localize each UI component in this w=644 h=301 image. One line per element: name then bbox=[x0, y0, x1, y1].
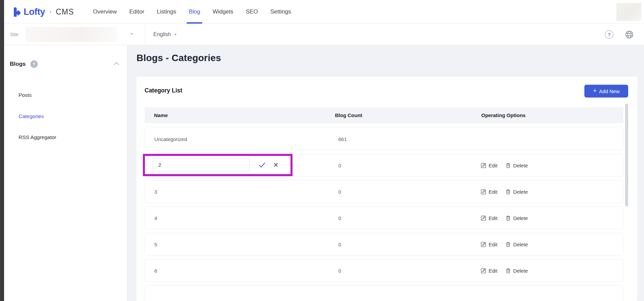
site-name-redacted bbox=[25, 27, 117, 42]
blog-count-cell: 0 bbox=[338, 154, 341, 177]
trash-icon bbox=[505, 163, 511, 168]
brand-logo[interactable]: Lofty · CMS bbox=[12, 5, 74, 19]
edit-square-icon bbox=[481, 268, 486, 274]
table-row bbox=[145, 285, 623, 301]
edit-label: Edit bbox=[489, 242, 497, 247]
delete-label: Delete bbox=[513, 268, 528, 274]
table-row: ✕0EditDelete bbox=[145, 154, 623, 176]
top-navigation-bar: Lofty · CMS OverviewEditorListingsBlogWi… bbox=[4, 0, 644, 24]
card-title: Category List bbox=[145, 87, 182, 94]
main-nav: OverviewEditorListingsBlogWidgetsSEOSett… bbox=[93, 0, 291, 24]
blog-count-cell: 0 bbox=[338, 233, 341, 256]
delete-button[interactable]: Delete bbox=[505, 215, 528, 221]
operating-options-cell: EditDelete bbox=[481, 233, 528, 256]
page-title: Blogs - Categories bbox=[136, 53, 221, 63]
column-header-name: Name bbox=[154, 112, 168, 118]
nav-item-listings[interactable]: Listings bbox=[157, 0, 176, 24]
chevron-down-icon: ▾ bbox=[131, 31, 133, 36]
table-header-row: Name Blog Count Operating Options bbox=[145, 107, 623, 123]
column-header-count: Blog Count bbox=[335, 112, 362, 118]
edit-label: Edit bbox=[489, 189, 497, 195]
edit-label: Edit bbox=[489, 215, 497, 221]
operating-options-cell: EditDelete bbox=[481, 181, 528, 203]
table-row: 50EditDelete bbox=[145, 233, 623, 255]
scrollbar-thumb[interactable] bbox=[625, 104, 628, 207]
table-row: 40EditDelete bbox=[145, 207, 623, 229]
blog-count-cell: 0 bbox=[338, 259, 341, 282]
edit-square-icon bbox=[481, 189, 486, 195]
add-new-button[interactable]: + Add New bbox=[584, 85, 628, 98]
category-name-cell: 4 bbox=[154, 207, 157, 229]
edit-square-icon bbox=[481, 242, 486, 247]
delete-label: Delete bbox=[513, 215, 528, 221]
cancel-button[interactable]: ✕ bbox=[273, 162, 279, 168]
edit-label: Edit bbox=[489, 163, 497, 168]
operating-options-cell: EditDelete bbox=[481, 259, 528, 282]
site-selector[interactable]: Site: ▾ bbox=[4, 24, 145, 45]
language-label: English bbox=[153, 31, 171, 37]
window-edge-strip bbox=[0, 0, 4, 301]
trash-icon bbox=[505, 189, 511, 195]
edit-square-icon bbox=[481, 163, 486, 168]
delete-button[interactable]: Delete bbox=[505, 268, 528, 274]
category-list-card: Category List + Add New Name Blog Count … bbox=[136, 77, 637, 301]
confirm-check-icon bbox=[258, 162, 266, 168]
delete-button[interactable]: Delete bbox=[505, 163, 528, 168]
operating-options-cell: EditDelete bbox=[481, 207, 528, 229]
category-name-cell: 5 bbox=[154, 233, 157, 256]
table-row: Uncategorized661 bbox=[145, 128, 623, 150]
category-edit-controls: ✕ bbox=[153, 158, 279, 171]
column-header-options: Operating Options bbox=[481, 112, 526, 118]
plus-icon: + bbox=[593, 87, 597, 94]
language-selector[interactable]: English ▾ bbox=[153, 24, 177, 45]
category-name-input[interactable] bbox=[153, 158, 250, 171]
avatar[interactable] bbox=[616, 3, 641, 21]
blog-count-cell: 0 bbox=[338, 181, 341, 203]
sidebar-section-title: Blogs bbox=[10, 61, 26, 67]
trash-icon bbox=[505, 242, 511, 247]
brand-product: CMS bbox=[56, 7, 74, 17]
brand-name: Lofty bbox=[24, 7, 45, 17]
lofty-logo-icon bbox=[12, 6, 21, 18]
confirm-button[interactable] bbox=[258, 162, 266, 168]
nav-item-blog[interactable]: Blog bbox=[189, 0, 200, 24]
nav-item-overview[interactable]: Overview bbox=[93, 0, 117, 24]
help-badge-icon[interactable]: ? bbox=[30, 60, 38, 68]
delete-label: Delete bbox=[513, 163, 528, 168]
question-circle-icon[interactable]: ? bbox=[605, 30, 613, 39]
table-body: Uncategorized661✕0EditDelete30EditDelete… bbox=[145, 128, 623, 301]
site-label: Site: bbox=[10, 32, 20, 37]
add-new-label: Add New bbox=[599, 88, 620, 94]
sidebar-item-categories[interactable]: Categories bbox=[19, 113, 44, 119]
edit-button[interactable]: Edit bbox=[481, 215, 497, 221]
sidebar: Blogs ? PostsCategoriesRSS Aggregator bbox=[4, 45, 127, 301]
site-toolbar: Site: ▾ English ▾ ? bbox=[4, 24, 644, 45]
toolbar-divider bbox=[145, 24, 145, 45]
edit-button[interactable]: Edit bbox=[481, 242, 497, 247]
blog-count-cell: 661 bbox=[338, 128, 347, 150]
table-row: 30EditDelete bbox=[145, 180, 623, 203]
trash-icon bbox=[505, 215, 511, 221]
sidebar-item-rss-aggregator[interactable]: RSS Aggregator bbox=[19, 134, 56, 140]
app-window: Lofty · CMS OverviewEditorListingsBlogWi… bbox=[0, 0, 644, 301]
edit-button[interactable]: Edit bbox=[481, 189, 497, 195]
edit-button[interactable]: Edit bbox=[481, 268, 497, 274]
globe-icon[interactable] bbox=[625, 30, 634, 39]
nav-item-seo[interactable]: SEO bbox=[246, 0, 258, 24]
operating-options-cell: EditDelete bbox=[481, 154, 528, 177]
chevron-up-icon[interactable] bbox=[113, 62, 120, 66]
blog-count-cell: 0 bbox=[338, 207, 341, 229]
brand-separator: · bbox=[49, 7, 52, 17]
delete-button[interactable]: Delete bbox=[505, 242, 528, 247]
delete-label: Delete bbox=[513, 242, 528, 247]
nav-item-widgets[interactable]: Widgets bbox=[213, 0, 233, 24]
category-name-cell: Uncategorized bbox=[154, 128, 187, 150]
edit-button[interactable]: Edit bbox=[481, 163, 497, 168]
nav-item-settings[interactable]: Settings bbox=[270, 0, 291, 24]
nav-item-editor[interactable]: Editor bbox=[129, 0, 144, 24]
delete-button[interactable]: Delete bbox=[505, 189, 528, 195]
category-name-cell: 6 bbox=[154, 259, 157, 282]
delete-label: Delete bbox=[513, 189, 528, 195]
trash-icon bbox=[505, 268, 511, 274]
sidebar-item-posts[interactable]: Posts bbox=[19, 92, 32, 98]
